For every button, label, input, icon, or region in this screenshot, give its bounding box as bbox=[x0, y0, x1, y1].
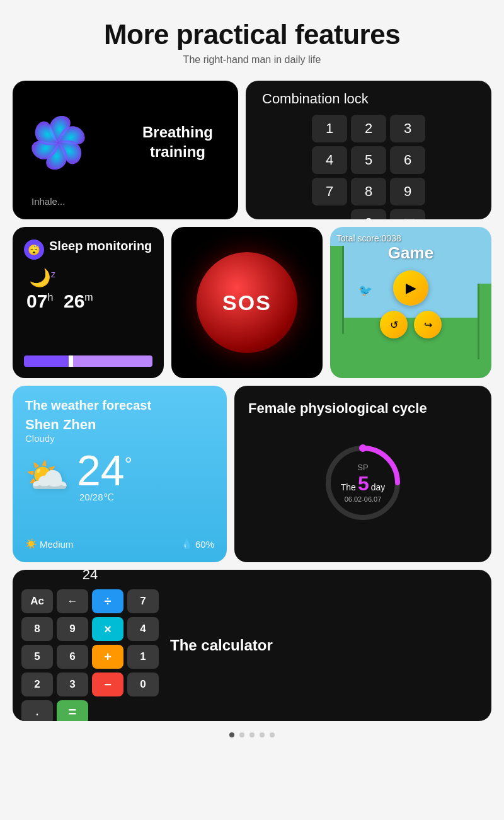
lock-grid: 1 2 3 4 5 6 7 8 9 0 ⌫ bbox=[312, 115, 425, 219]
lock-btn-5[interactable]: 5 bbox=[351, 146, 386, 174]
calc-btn-dot[interactable]: . bbox=[21, 700, 53, 721]
calc-btn-eq[interactable]: = bbox=[57, 700, 88, 721]
female-date-range: 06.02-06.07 bbox=[341, 495, 386, 503]
sos-label: SOS bbox=[222, 291, 272, 315]
female-the-label: The bbox=[341, 482, 356, 492]
calc-btn-5[interactable]: 5 bbox=[21, 645, 53, 669]
calculator-display: 24 bbox=[21, 570, 159, 583]
lock-btn-backspace[interactable]: ⌫ bbox=[390, 209, 425, 219]
calc-btn-7[interactable]: 7 bbox=[127, 589, 159, 613]
features-grid: Breathingtraining Inhale... Combination … bbox=[13, 81, 491, 721]
female-cycle-card: Female physiological cycle SP The 5 day bbox=[234, 386, 491, 562]
page-title: More practical features bbox=[104, 19, 400, 50]
lock-btn-7[interactable]: 7 bbox=[312, 178, 347, 205]
calc-btn-ac[interactable]: Ac bbox=[21, 589, 53, 613]
game-bird-icon: 🐦 bbox=[358, 284, 372, 297]
dot-3[interactable] bbox=[249, 732, 255, 737]
dot-1[interactable] bbox=[229, 732, 234, 737]
lock-btn-8[interactable]: 8 bbox=[351, 178, 386, 205]
weather-temperature: 24° bbox=[77, 449, 132, 492]
row-1: Breathingtraining Inhale... Combination … bbox=[13, 81, 491, 219]
game-pipe-right bbox=[478, 284, 491, 359]
calculator-card: 24 Ac ← ÷ 7 8 9 × 4 5 6 + 1 bbox=[13, 570, 491, 721]
calc-btn-4[interactable]: 4 bbox=[127, 617, 159, 641]
lock-title: Combination lock bbox=[256, 91, 369, 107]
lock-btn-4[interactable]: 4 bbox=[312, 146, 347, 174]
weather-city: Shen Zhen bbox=[25, 417, 214, 433]
breathing-label: Breathingtraining bbox=[142, 122, 213, 161]
lock-btn-9[interactable]: 9 bbox=[390, 178, 425, 205]
pinwheel-icon bbox=[32, 116, 88, 173]
female-day-number: 5 bbox=[358, 472, 369, 495]
calc-btn-8[interactable]: 8 bbox=[21, 617, 53, 641]
dot-5[interactable] bbox=[270, 732, 275, 737]
row-4: 24 Ac ← ÷ 7 8 9 × 4 5 6 + 1 bbox=[13, 570, 491, 721]
weather-card: The weather forecast Shen Zhen Cloudy ⛅ … bbox=[13, 386, 227, 562]
lock-card: Combination lock 1 2 3 4 5 6 7 8 9 0 ⌫ bbox=[246, 81, 491, 219]
calc-btn-3[interactable]: 3 bbox=[57, 673, 88, 696]
drop-icon: 💧 bbox=[181, 538, 193, 550]
calculator-panel: 24 Ac ← ÷ 7 8 9 × 4 5 6 + 1 bbox=[21, 570, 159, 721]
calc-btn-div[interactable]: ÷ bbox=[92, 589, 123, 613]
sleep-time: 07h 26m bbox=[24, 291, 152, 312]
page-subtitle: The right-hand man in daily life bbox=[183, 54, 321, 66]
game-pipe-left bbox=[330, 246, 344, 334]
lock-btn-3[interactable]: 3 bbox=[390, 115, 425, 142]
sleep-bar bbox=[24, 355, 152, 367]
game-card: Total score:0038 Game 🐦 ▶ ↺ ↪ bbox=[330, 227, 491, 378]
inhale-text: Inhale... bbox=[32, 196, 65, 207]
weather-main: ⛅ 24° 20/28℃ bbox=[25, 449, 214, 503]
lock-btn-6[interactable]: 6 bbox=[390, 146, 425, 174]
sleep-moon-icon: 🌙z bbox=[29, 267, 152, 288]
svg-point-2 bbox=[359, 444, 367, 452]
calc-btn-2[interactable]: 2 bbox=[21, 673, 53, 696]
breathing-card: Breathingtraining Inhale... bbox=[13, 81, 238, 219]
female-title: Female physiological cycle bbox=[248, 400, 478, 418]
female-day-label: day bbox=[371, 482, 386, 492]
calc-btn-0[interactable]: 0 bbox=[127, 673, 159, 696]
lock-btn-2[interactable]: 2 bbox=[351, 115, 386, 142]
sleep-card: 😴 Sleep monitoring 🌙z 07h 26m bbox=[13, 227, 164, 378]
female-sp-label: SP bbox=[341, 463, 386, 472]
calc-btn-9[interactable]: 9 bbox=[57, 617, 88, 641]
weather-footer: ☀️ Medium 💧 60% bbox=[25, 538, 214, 550]
row-2: 😴 Sleep monitoring 🌙z 07h 26m SOS Total … bbox=[13, 227, 491, 378]
dot-4[interactable] bbox=[260, 732, 265, 737]
sos-button[interactable]: SOS bbox=[197, 252, 297, 353]
female-circle-area: SP The 5 day 06.02-06.07 bbox=[248, 418, 478, 548]
calculator-grid: Ac ← ÷ 7 8 9 × 4 5 6 + 1 2 3 bbox=[21, 589, 159, 721]
female-cycle-circle: SP The 5 day 06.02-06.07 bbox=[322, 442, 404, 524]
lock-btn-0[interactable]: 0 bbox=[351, 209, 386, 219]
game-sub-buttons: ↺ ↪ bbox=[380, 311, 442, 338]
row-3: The weather forecast Shen Zhen Cloudy ⛅ … bbox=[13, 386, 491, 562]
calculator-label-area: The calculator bbox=[165, 637, 273, 654]
weather-humidity: 💧 60% bbox=[181, 538, 214, 550]
game-exit-button[interactable]: ↪ bbox=[414, 311, 442, 338]
game-score: Total score:0038 bbox=[336, 233, 485, 243]
calc-btn-add[interactable]: + bbox=[92, 645, 123, 669]
sleep-icon: 😴 bbox=[24, 240, 44, 260]
sun-icon: ☀️ bbox=[25, 538, 37, 550]
game-title: Game bbox=[336, 243, 485, 263]
sleep-title: Sleep monitoring bbox=[49, 238, 152, 253]
game-restart-button[interactable]: ↺ bbox=[380, 311, 408, 338]
sos-card[interactable]: SOS bbox=[171, 227, 323, 378]
sleep-header: 😴 Sleep monitoring bbox=[24, 238, 152, 260]
dot-2[interactable] bbox=[239, 732, 244, 737]
weather-title: The weather forecast bbox=[25, 398, 214, 413]
calc-btn-1[interactable]: 1 bbox=[127, 645, 159, 669]
weather-wind: ☀️ Medium bbox=[25, 538, 73, 550]
calc-btn-back[interactable]: ← bbox=[57, 589, 88, 613]
calc-btn-sub[interactable]: − bbox=[92, 673, 123, 696]
female-circle-inner: SP The 5 day 06.02-06.07 bbox=[341, 463, 386, 503]
calc-btn-6[interactable]: 6 bbox=[57, 645, 88, 669]
lock-btn-1[interactable]: 1 bbox=[312, 115, 347, 142]
calculator-label: The calculator bbox=[170, 637, 273, 654]
weather-condition: Cloudy bbox=[25, 433, 214, 444]
game-controls: ▶ ↺ ↪ bbox=[336, 270, 485, 338]
page-dots bbox=[229, 732, 275, 737]
calc-btn-mul[interactable]: × bbox=[92, 617, 123, 641]
cloud-icon: ⛅ bbox=[25, 455, 69, 497]
game-play-button[interactable]: ▶ bbox=[393, 270, 428, 306]
